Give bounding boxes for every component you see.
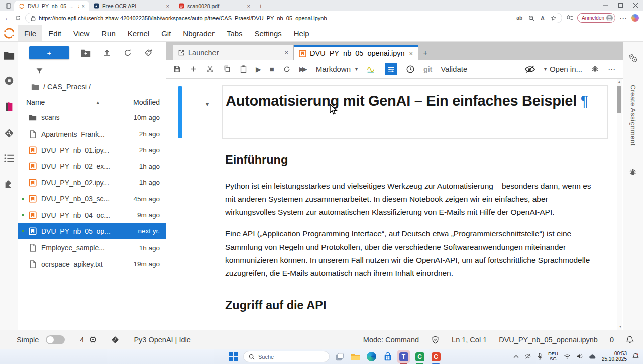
file-row[interactable]: DVU_PY_nb_03_sc... 45m ago [18,191,166,207]
wifi-icon[interactable] [564,354,571,359]
start-button[interactable] [227,350,240,363]
read-aloud-icon[interactable]: A [541,15,545,21]
url-text[interactable]: https://noto.epfl.ch/user/ch-zhaw-420402… [39,15,513,21]
cell-type-dropdown[interactable]: Markdown ▾ [316,65,358,73]
camera-off-icon[interactable] [524,353,532,359]
cell-tools-icon[interactable] [385,63,397,75]
bell-icon[interactable] [626,335,634,344]
minimize-button[interactable] [598,0,613,10]
tray-chevron-up-icon[interactable] [513,355,519,358]
browser-menu-icon[interactable]: ⋯ [619,14,627,23]
filter-funnel-icon[interactable] [36,67,43,75]
collapse-caret-icon[interactable]: ▾ [206,101,209,108]
microsoft-store-icon[interactable] [381,350,394,363]
hide-cell-icon[interactable] [524,65,535,74]
add-cell-icon[interactable] [190,65,197,73]
git-clone-icon[interactable] [144,48,153,58]
property-inspector-gears-icon[interactable] [627,53,638,64]
kernel-status[interactable]: Py3 OpenAI | Idle [134,336,190,344]
file-row[interactable]: Apartments_Frank... 2h ago [18,126,166,142]
refresh-files-icon[interactable] [123,48,132,57]
copy-icon[interactable] [223,65,231,73]
menu-file[interactable]: File [18,25,42,41]
copilot-icon[interactable] [631,14,639,22]
home-folder-icon[interactable] [31,84,39,90]
anchor-link[interactable]: ¶ [581,93,588,109]
language-indicator[interactable]: DEUSG [548,351,558,361]
menu-nbgrader[interactable]: Nbgrader [177,25,221,41]
running-kernels-icon[interactable] [4,75,15,86]
simple-mode-toggle[interactable] [46,335,65,344]
close-icon[interactable]: × [82,3,85,9]
stop-icon[interactable]: ■ [270,65,274,73]
more-actions-icon[interactable]: ⋯ [608,65,616,74]
menu-run[interactable]: Run [95,25,122,41]
address-bar[interactable]: https://noto.epfl.ch/user/ch-zhaw-420402… [25,13,562,23]
terminal-chip-icon[interactable] [89,335,97,344]
open-in-dropdown[interactable]: ▾ Open in... [544,65,582,73]
file-row-selected[interactable]: DVU_PY_nb_05_op... next yr. [18,223,166,239]
file-row[interactable]: scans 10m ago [18,109,166,126]
breadcrumb[interactable]: / CAS_Praesi / [18,78,166,96]
tab-notebook-active[interactable]: DVU_PY_nb_05_openai.ipynb × [294,45,418,60]
menu-kernel[interactable]: Kernel [122,25,155,41]
git-icon[interactable] [4,128,15,139]
close-icon[interactable]: × [247,3,250,9]
camtasia-green-icon[interactable]: C [413,350,426,363]
scroll-up-icon[interactable]: ▲ [617,80,621,84]
new-folder-icon[interactable] [81,49,91,57]
execution-chart-icon[interactable] [366,65,376,74]
new-tab-button[interactable]: + [259,2,263,10]
teams-icon[interactable]: T [397,350,410,363]
favorites-bar-icon[interactable] [566,15,573,21]
cursor-position[interactable]: Ln 1, Col 1 [452,336,487,344]
file-row[interactable]: DVU_PY_nb_04_oc... 9m ago [18,207,166,223]
scrollbar-thumb[interactable] [617,86,621,113]
camtasia-red-icon[interactable]: C [430,350,442,363]
edge-browser-icon[interactable] [365,350,378,363]
speaker-icon[interactable] [576,353,583,359]
menu-settings[interactable]: Settings [249,25,288,41]
scrollbar[interactable]: ▲ ▾ [617,79,622,330]
restart-run-all-icon[interactable]: ▶▶ [299,65,305,73]
tab-launcher[interactable]: Launcher × [173,45,294,60]
translate-icon[interactable]: ab [516,15,522,21]
menu-help[interactable]: Help [288,25,315,41]
create-assignment-tab[interactable]: Create Assignment [629,85,637,146]
markdown-cell-title[interactable]: Automatisierung mit GenAI – Ein einfache… [222,85,608,139]
microphone-icon[interactable] [538,353,543,360]
file-row[interactable]: DVU_PY_nb_01.ipy... 2h ago [18,142,166,158]
file-row[interactable]: DVU_PY_nb_02.ipy... 1h ago [18,175,166,191]
menu-tabs[interactable]: Tabs [221,25,249,41]
onedrive-icon[interactable] [588,354,596,359]
browser-tab-notebook[interactable]: DVU_PY_nb_05_... - auto-p × [14,1,89,11]
file-row[interactable]: ocrspace_apikey.txt 19m ago [18,256,166,272]
favorite-star-icon[interactable] [551,15,557,21]
nbgrader-book-icon[interactable] [4,101,14,112]
column-modified[interactable]: Modified [133,98,160,106]
menu-git[interactable]: Git [155,25,177,41]
run-icon[interactable]: ▶ [256,65,261,73]
close-icon[interactable]: × [409,50,413,57]
save-icon[interactable] [173,65,181,73]
file-browser-icon[interactable] [4,51,15,60]
extensions-icon[interactable] [4,178,15,189]
file-explorer-icon[interactable] [349,350,362,363]
zoom-icon[interactable] [528,15,534,21]
tab-actions-icon[interactable] [4,1,12,10]
validate-button[interactable]: Validate [441,65,467,73]
new-launcher-button[interactable]: + [29,46,69,59]
menu-view[interactable]: View [67,25,95,41]
scroll-down-icon[interactable]: ▾ [619,324,621,329]
notebook-content[interactable]: ▾ Automatisierung mit GenAI – Ein einfac… [166,79,623,330]
column-name[interactable]: Name [26,98,45,106]
file-row[interactable]: Employee_sample... 1h ago [18,239,166,256]
git-status-icon[interactable] [111,335,120,344]
debugger-bug-icon[interactable] [591,65,599,73]
notification-bell-icon[interactable] [632,353,639,360]
debugger-sidebar-bug-icon[interactable] [628,168,637,177]
history-clock-icon[interactable] [406,65,415,74]
trust-shield-icon[interactable] [431,335,440,344]
paste-icon[interactable] [240,65,247,73]
close-window-button[interactable] [628,0,643,10]
